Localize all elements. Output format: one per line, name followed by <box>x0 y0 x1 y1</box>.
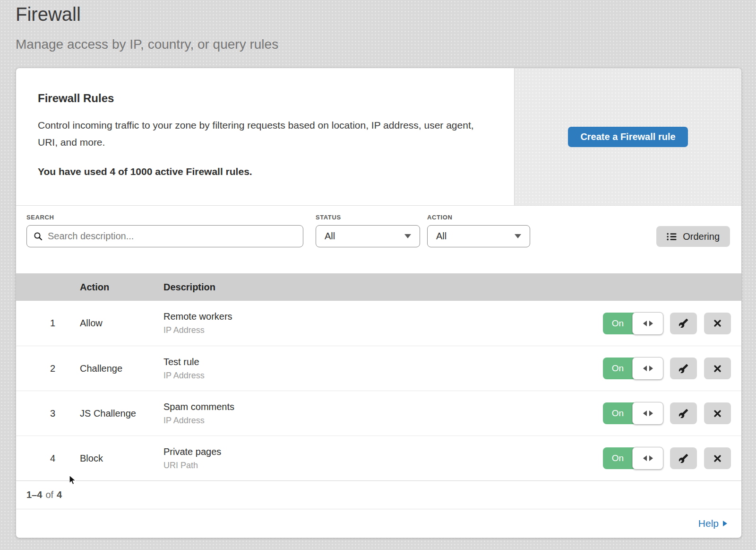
rule-match-type: URI Path <box>163 461 603 471</box>
action-select[interactable]: All <box>427 225 530 247</box>
usage-summary: You have used 4 of 1000 active Firewall … <box>38 166 495 177</box>
filters-bar: SEARCH STATUS All ACTION All <box>16 206 741 273</box>
overview-aside-panel: Create a Firewall rule <box>514 68 741 205</box>
edit-rule-button[interactable] <box>670 402 697 424</box>
toggle-state-label: On <box>603 313 633 334</box>
rule-enabled-toggle[interactable]: On <box>603 402 663 424</box>
rule-description-cell: Remote workers IP Address <box>163 311 603 335</box>
create-firewall-rule-button[interactable]: Create a Firewall rule <box>568 127 687 147</box>
overview-text: Firewall Rules Control incoming traffic … <box>16 68 514 205</box>
ordered-list-icon <box>667 232 677 241</box>
table-header-action: Action <box>80 282 163 293</box>
ordering-button[interactable]: Ordering <box>656 226 730 247</box>
rules-table-body: 1 Allow Remote workers IP Address On <box>16 301 741 480</box>
status-select-value: All <box>325 231 335 242</box>
wrench-icon <box>679 318 688 328</box>
edit-rule-button[interactable] <box>670 313 697 334</box>
arrow-left-icon <box>643 410 647 416</box>
rule-description-cell: Private pages URI Path <box>163 446 603 471</box>
rule-enabled-toggle[interactable]: On <box>603 313 663 334</box>
status-label: STATUS <box>316 214 420 221</box>
wrench-icon <box>679 454 688 463</box>
toggle-handle[interactable] <box>632 357 663 380</box>
wrench-icon <box>679 409 688 419</box>
close-icon <box>713 454 722 463</box>
ordering-button-label: Ordering <box>683 231 720 242</box>
edit-rule-button[interactable] <box>670 358 697 379</box>
delete-rule-button[interactable] <box>704 447 731 469</box>
rule-row: 2 Challenge Test rule IP Address On <box>16 346 741 391</box>
status-select[interactable]: All <box>316 225 420 247</box>
rule-action: Allow <box>80 318 163 329</box>
rule-number: 3 <box>16 408 80 419</box>
rule-enabled-toggle[interactable]: On <box>603 358 663 379</box>
rule-description: Test rule <box>163 357 603 367</box>
chevron-down-icon <box>515 234 521 238</box>
action-label: ACTION <box>427 214 530 221</box>
pagination-of: of <box>45 489 53 500</box>
rule-match-type: IP Address <box>163 416 603 426</box>
arrow-left-icon <box>643 366 647 371</box>
rule-match-type: IP Address <box>163 325 603 335</box>
rule-number: 1 <box>16 318 80 329</box>
delete-rule-button[interactable] <box>704 358 731 379</box>
close-icon <box>713 364 722 373</box>
arrow-left-icon <box>643 455 647 461</box>
toggle-handle[interactable] <box>632 447 663 470</box>
rule-number: 2 <box>16 363 80 374</box>
page-subtitle: Manage access by IP, country, or query r… <box>16 37 278 52</box>
close-icon <box>713 319 722 328</box>
help-link[interactable]: Help <box>698 518 727 529</box>
card-footer: Help <box>16 509 741 538</box>
overview-description: Control incoming traffic to your zone by… <box>38 117 487 151</box>
toggle-handle[interactable] <box>632 312 663 335</box>
page-title: Firewall <box>16 4 81 25</box>
rule-controls: On <box>603 402 741 424</box>
delete-rule-button[interactable] <box>704 313 731 334</box>
firewall-rules-card: Firewall Rules Control incoming traffic … <box>16 68 742 538</box>
search-label: SEARCH <box>26 214 303 221</box>
help-link-label: Help <box>698 518 719 529</box>
rule-action: Block <box>80 453 163 464</box>
toggle-state-label: On <box>603 402 633 424</box>
table-header-row: Action Description <box>16 273 741 301</box>
toggle-state-label: On <box>603 358 633 379</box>
overview-heading: Firewall Rules <box>38 92 495 105</box>
toggle-handle[interactable] <box>632 402 663 425</box>
arrow-left-icon <box>643 321 647 326</box>
chevron-down-icon <box>404 234 411 238</box>
arrow-right-icon <box>723 521 727 526</box>
rule-number: 4 <box>16 453 80 464</box>
rule-row: 1 Allow Remote workers IP Address On <box>16 301 741 346</box>
rule-description: Remote workers <box>163 311 603 322</box>
wrench-icon <box>679 364 688 374</box>
edit-rule-button[interactable] <box>670 447 697 469</box>
rule-row: 3 JS Challenge Spam comments IP Address … <box>16 391 741 436</box>
rule-action: Challenge <box>80 363 163 374</box>
delete-rule-button[interactable] <box>704 402 731 424</box>
rule-controls: On <box>603 313 741 334</box>
action-select-value: All <box>436 231 447 242</box>
pagination: 1–4 of 4 <box>16 480 741 509</box>
search-input[interactable] <box>26 225 303 247</box>
rule-row: 4 Block Private pages URI Path On <box>16 436 741 480</box>
arrow-right-icon <box>649 321 653 326</box>
rule-description: Private pages <box>163 446 603 457</box>
rule-description-cell: Spam comments IP Address <box>163 402 603 426</box>
pagination-range: 1–4 <box>26 489 42 500</box>
table-header-description: Description <box>163 282 741 293</box>
pagination-total: 4 <box>57 489 62 500</box>
rule-controls: On <box>603 358 741 379</box>
arrow-right-icon <box>649 410 653 416</box>
rule-description-cell: Test rule IP Address <box>163 357 603 381</box>
arrow-right-icon <box>649 455 653 461</box>
toggle-state-label: On <box>603 447 633 469</box>
rule-action: JS Challenge <box>80 408 163 419</box>
overview-section: Firewall Rules Control incoming traffic … <box>16 68 741 206</box>
rule-controls: On <box>603 447 741 469</box>
rule-match-type: IP Address <box>163 371 603 381</box>
close-icon <box>713 409 722 418</box>
rule-enabled-toggle[interactable]: On <box>603 447 663 469</box>
rule-description: Spam comments <box>163 402 603 412</box>
arrow-right-icon <box>649 366 653 371</box>
